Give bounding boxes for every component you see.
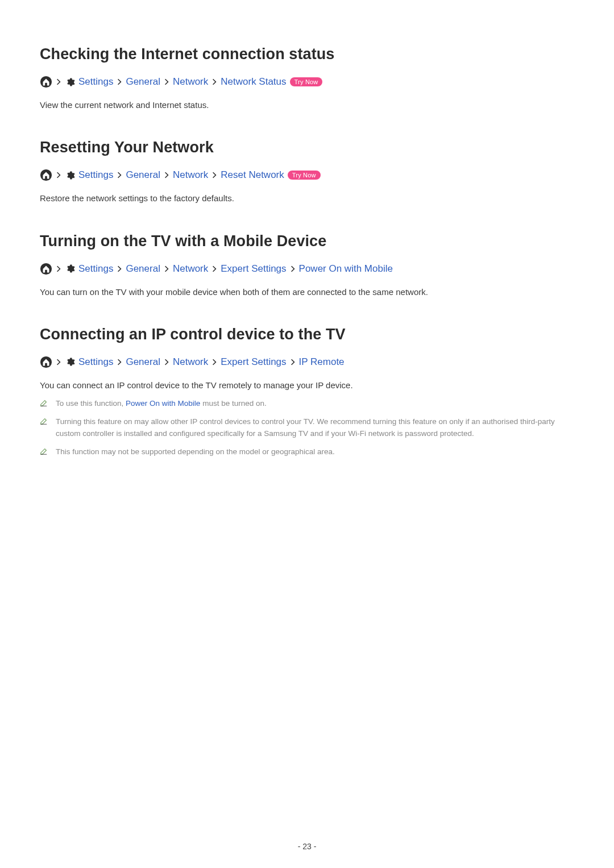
note-1-pre: To use this function, [56, 399, 126, 408]
chevron-right-icon [164, 265, 169, 273]
path-network[interactable]: Network [173, 76, 208, 88]
home-icon [40, 169, 52, 181]
chevron-right-icon [290, 265, 296, 273]
path-network-status[interactable]: Network Status [221, 76, 286, 88]
chevron-right-icon [117, 358, 122, 366]
path-reset-network[interactable]: Reset Network [221, 169, 284, 181]
pencil-icon [40, 447, 49, 456]
body-ip: You can connect an IP control device to … [40, 379, 574, 392]
path-network[interactable]: Network [173, 169, 208, 181]
nav-path-reset: Settings General Network Reset Network T… [40, 169, 574, 181]
path-expert-settings[interactable]: Expert Settings [221, 263, 286, 275]
note-1: To use this function, Power On with Mobi… [40, 397, 574, 410]
heading-mobile: Turning on the TV with a Mobile Device [40, 232, 574, 250]
section-check-connection: Checking the Internet connection status … [40, 45, 574, 111]
path-network[interactable]: Network [173, 356, 208, 368]
path-general[interactable]: General [126, 169, 160, 181]
note-3: This function may not be supported depen… [40, 446, 574, 458]
chevron-right-icon [290, 358, 296, 366]
note-2-text: Turning this feature on may allow other … [56, 416, 574, 440]
chevron-right-icon [211, 265, 217, 273]
home-icon [40, 76, 52, 88]
pencil-icon [40, 417, 49, 426]
path-settings[interactable]: Settings [78, 263, 113, 275]
section-reset-network: Resetting Your Network Settings General … [40, 139, 574, 205]
gear-icon [65, 170, 75, 180]
pencil-icon [40, 398, 49, 408]
heading-reset: Resetting Your Network [40, 139, 574, 156]
try-now-badge[interactable]: Try Now [288, 171, 321, 180]
chevron-right-icon [164, 78, 169, 86]
path-general[interactable]: General [126, 76, 160, 88]
nav-path-check: Settings General Network Network Status … [40, 76, 574, 88]
path-network[interactable]: Network [173, 263, 208, 275]
path-settings[interactable]: Settings [78, 169, 113, 181]
body-mobile: You can turn on the TV with your mobile … [40, 285, 574, 298]
path-ip-remote[interactable]: IP Remote [299, 356, 345, 368]
chevron-right-icon [56, 265, 61, 273]
gear-icon [65, 264, 75, 274]
chevron-right-icon [164, 358, 169, 366]
section-mobile-power: Turning on the TV with a Mobile Device S… [40, 232, 574, 298]
note-1-text: To use this function, Power On with Mobi… [56, 397, 267, 410]
chevron-right-icon [117, 265, 122, 273]
home-icon [40, 356, 52, 368]
chevron-right-icon [56, 358, 61, 366]
page-number: - 23 - [0, 842, 614, 851]
note-1-link[interactable]: Power On with Mobile [126, 399, 200, 408]
try-now-badge[interactable]: Try Now [290, 77, 323, 86]
note-2: Turning this feature on may allow other … [40, 416, 574, 440]
path-settings[interactable]: Settings [78, 356, 113, 368]
body-reset: Restore the network settings to the fact… [40, 192, 574, 205]
body-check: View the current network and Internet st… [40, 98, 574, 111]
chevron-right-icon [56, 78, 61, 86]
path-general[interactable]: General [126, 356, 160, 368]
note-1-post: must be turned on. [200, 399, 266, 408]
heading-ip: Connecting an IP control device to the T… [40, 326, 574, 343]
path-settings[interactable]: Settings [78, 76, 113, 88]
path-general[interactable]: General [126, 263, 160, 275]
chevron-right-icon [164, 171, 169, 179]
chevron-right-icon [56, 171, 61, 179]
home-icon [40, 263, 52, 275]
path-expert-settings[interactable]: Expert Settings [221, 356, 286, 368]
chevron-right-icon [211, 78, 217, 86]
chevron-right-icon [117, 78, 122, 86]
gear-icon [65, 357, 75, 367]
chevron-right-icon [211, 171, 217, 179]
path-power-on-mobile[interactable]: Power On with Mobile [299, 263, 393, 275]
chevron-right-icon [117, 171, 122, 179]
nav-path-mobile: Settings General Network Expert Settings… [40, 263, 574, 275]
nav-path-ip: Settings General Network Expert Settings… [40, 356, 574, 368]
heading-check: Checking the Internet connection status [40, 45, 574, 63]
note-3-text: This function may not be supported depen… [56, 446, 335, 458]
chevron-right-icon [211, 358, 217, 366]
section-ip-control: Connecting an IP control device to the T… [40, 326, 574, 458]
gear-icon [65, 77, 75, 87]
